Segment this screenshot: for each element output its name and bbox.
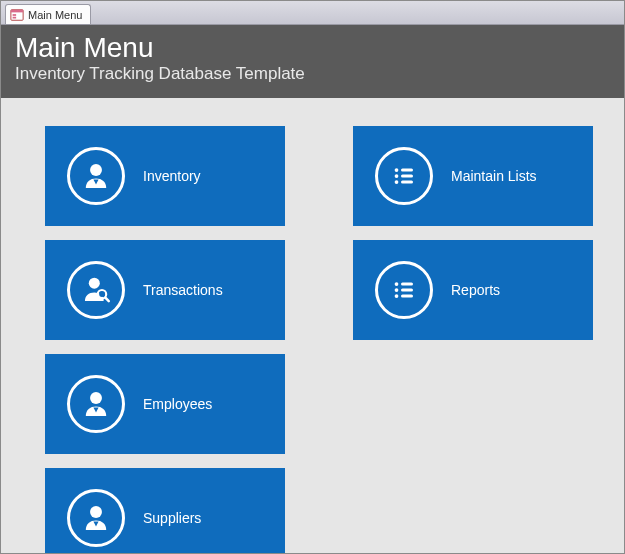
svg-point-19 (395, 288, 399, 292)
form-icon (10, 8, 24, 22)
svg-point-13 (395, 174, 399, 178)
tile-transactions[interactable]: Transactions (45, 240, 285, 340)
tile-label: Transactions (143, 282, 223, 298)
svg-rect-16 (401, 180, 413, 183)
list-icon (375, 147, 433, 205)
page-header: Main Menu Inventory Tracking Database Te… (1, 25, 624, 98)
tile-label: Reports (451, 282, 500, 298)
svg-point-11 (395, 168, 399, 172)
tile-reports[interactable]: Reports (353, 240, 593, 340)
tile-suppliers[interactable]: Suppliers (45, 468, 285, 554)
page-title: Main Menu (15, 33, 610, 64)
tile-grid: Inventory Transactions (1, 98, 624, 554)
spacer (353, 354, 593, 554)
svg-point-15 (395, 180, 399, 184)
svg-rect-14 (401, 174, 413, 177)
svg-rect-12 (401, 168, 413, 171)
tile-employees[interactable]: Employees (45, 354, 285, 454)
list-icon (375, 261, 433, 319)
page-subtitle: Inventory Tracking Database Template (15, 64, 610, 84)
tile-column-right: Maintain Lists Reports (353, 126, 593, 554)
person-icon (67, 375, 125, 433)
svg-point-5 (89, 277, 100, 288)
person-search-icon (67, 261, 125, 319)
tab-bar: Main Menu (1, 1, 624, 25)
svg-rect-20 (401, 288, 413, 291)
svg-point-9 (90, 392, 102, 404)
tile-maintain-lists[interactable]: Maintain Lists (353, 126, 593, 226)
tile-label: Employees (143, 396, 212, 412)
svg-rect-22 (401, 294, 413, 297)
tile-label: Suppliers (143, 510, 201, 526)
svg-point-7 (99, 291, 104, 296)
svg-rect-1 (11, 9, 23, 12)
tile-label: Maintain Lists (451, 168, 537, 184)
person-icon (67, 147, 125, 205)
svg-rect-3 (13, 16, 17, 18)
svg-point-17 (395, 282, 399, 286)
person-icon (67, 489, 125, 547)
svg-line-8 (105, 297, 108, 300)
svg-point-21 (395, 294, 399, 298)
tab-main-menu[interactable]: Main Menu (5, 4, 91, 24)
tab-label: Main Menu (28, 9, 82, 21)
tile-inventory[interactable]: Inventory (45, 126, 285, 226)
tile-column-left: Inventory Transactions (45, 126, 285, 554)
svg-point-10 (90, 506, 102, 518)
svg-rect-2 (13, 14, 17, 16)
svg-point-4 (90, 164, 102, 176)
svg-rect-18 (401, 282, 413, 285)
tile-label: Inventory (143, 168, 201, 184)
